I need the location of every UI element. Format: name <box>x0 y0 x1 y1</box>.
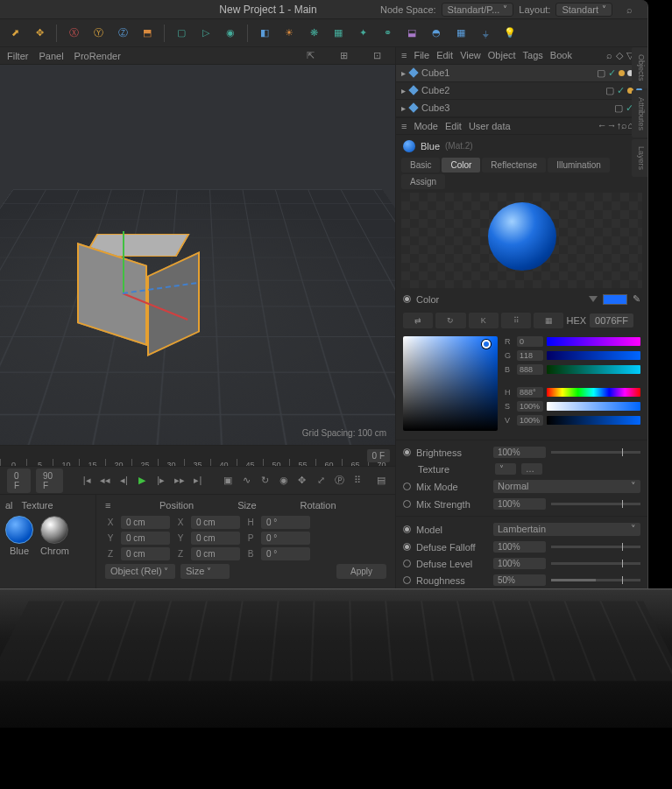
play-back-icon[interactable]: ▢ <box>170 22 193 45</box>
timeline-ruler[interactable]: 05 1015 2025 3035 4045 5055 6065 70 0 F <box>0 445 395 466</box>
tool-move-icon[interactable]: ✥ <box>28 22 51 45</box>
brightness-radio[interactable] <box>403 448 411 456</box>
am-mode[interactable]: Mode <box>414 121 438 131</box>
falloff-slider[interactable] <box>551 546 640 548</box>
vp-opt2-icon[interactable]: ⊞ <box>332 45 355 67</box>
eye-icon[interactable]: ◇ <box>616 50 623 61</box>
rm-object[interactable]: Object <box>488 50 516 60</box>
prim-link-icon[interactable]: ⚭ <box>376 22 399 45</box>
roughness-input[interactable]: 50% <box>493 574 546 586</box>
size-y-input[interactable]: 0 cm <box>191 532 240 545</box>
prim-grid-icon[interactable]: ▦ <box>449 22 472 45</box>
cmode2-icon[interactable]: ↻ <box>435 313 465 328</box>
cmode5-icon[interactable]: ▦ <box>534 313 563 328</box>
mat-tab-texture[interactable]: Texture <box>22 500 53 511</box>
prev-frame-icon[interactable]: ◂| <box>117 472 131 490</box>
key-pos-icon[interactable]: ✥ <box>295 472 308 490</box>
h-slider[interactable] <box>547 388 640 397</box>
prim-tag-icon[interactable]: ◓ <box>425 22 448 45</box>
rm-file[interactable]: File <box>414 50 429 60</box>
texture-opts[interactable]: … <box>521 463 542 475</box>
menu-filter[interactable]: Filter <box>7 51 28 61</box>
dlevel-slider[interactable] <box>551 562 640 565</box>
r-slider[interactable] <box>547 337 640 346</box>
cube-object[interactable] <box>77 242 173 338</box>
next-key-icon[interactable]: ▸▸ <box>173 472 186 490</box>
model-dropdown[interactable]: Lambertain ˅ <box>493 523 640 536</box>
rm-view[interactable]: View <box>460 50 481 60</box>
prim-cube-icon[interactable]: ◧ <box>253 22 276 45</box>
pos-y-input[interactable]: 0 cm <box>121 532 170 545</box>
key-opt-icon[interactable]: ⠿ <box>351 472 364 490</box>
dlevel-radio[interactable] <box>403 560 411 567</box>
material-chrom[interactable]: Chrom <box>40 516 69 556</box>
am-userdata[interactable]: User data <box>469 121 511 131</box>
prim-split-icon[interactable]: ⬓ <box>400 22 423 45</box>
axis-z-icon[interactable]: Ⓩ <box>111 22 134 45</box>
h-input[interactable]: 888° <box>517 387 543 398</box>
model-radio[interactable] <box>403 525 411 533</box>
size-x-input[interactable]: 0 cm <box>191 516 240 529</box>
mixstr-input[interactable]: 100% <box>493 498 546 510</box>
size-z-input[interactable]: 0 cm <box>191 547 240 560</box>
menu-panel[interactable]: Panel <box>39 51 63 61</box>
mixstr-slider[interactable] <box>551 503 640 505</box>
nav-back-icon[interactable]: ← <box>598 120 607 130</box>
vp-opt1-icon[interactable]: ⇱ <box>299 45 322 67</box>
pos-x-input[interactable]: 0 cm <box>121 516 170 529</box>
cmode3-icon[interactable]: K <box>469 313 499 328</box>
dopesheet-icon[interactable]: ▤ <box>375 472 388 490</box>
rot-b-input[interactable]: 0 ° <box>261 547 310 560</box>
apply-button[interactable]: Apply <box>336 564 386 579</box>
tab-basic[interactable]: Basic <box>401 158 440 173</box>
object-cube3[interactable]: ▸ Cube3▢✓ <box>396 100 647 117</box>
next-frame-icon[interactable]: |▸ <box>154 472 167 490</box>
cmode4-icon[interactable]: ⠿ <box>501 313 531 328</box>
vp-opt3-icon[interactable]: ⊡ <box>365 45 388 67</box>
prim-light-icon[interactable]: ☀ <box>278 22 301 45</box>
loop-icon[interactable]: ↻ <box>258 472 272 490</box>
color-radio[interactable] <box>403 295 411 303</box>
tab-assign[interactable]: Assign <box>401 174 445 189</box>
hex-input[interactable]: 0076FF <box>590 313 633 328</box>
sidetab-attributes[interactable]: Attributes <box>632 90 647 137</box>
rm-book[interactable]: Book <box>550 50 572 60</box>
mixstr-radio[interactable] <box>403 500 411 508</box>
size-mode-dropdown[interactable]: Size ˅ <box>180 564 230 579</box>
b-input[interactable]: 888 <box>517 364 543 375</box>
goto-end-icon[interactable]: ▸| <box>191 472 204 490</box>
s-slider[interactable] <box>547 402 640 411</box>
object-rel-dropdown[interactable]: Object (Rel) ˅ <box>105 564 175 579</box>
mixmode-dropdown[interactable]: Normal ˅ <box>493 480 640 493</box>
autokey-icon[interactable]: ∿ <box>240 472 253 490</box>
tab-reflectense[interactable]: Reflectense <box>482 158 546 173</box>
rot-p-input[interactable]: 0 ° <box>261 532 310 545</box>
key-all-icon[interactable]: ◉ <box>277 472 290 490</box>
menu-prorender[interactable]: ProRender <box>74 51 121 61</box>
rm-tags[interactable]: Tags <box>523 50 543 60</box>
r-input[interactable]: 0 <box>517 336 543 347</box>
mixmode-radio[interactable] <box>403 483 411 490</box>
brightness-slider[interactable] <box>551 451 640 454</box>
prim-array-icon[interactable]: ▦ <box>327 22 350 45</box>
prim-mesh-icon[interactable]: ❋ <box>302 22 325 45</box>
am-edit[interactable]: Edit <box>445 121 462 131</box>
key-rot-icon[interactable]: Ⓟ <box>333 472 346 490</box>
axis-x-icon[interactable]: Ⓧ <box>62 22 85 45</box>
sidetab-layers[interactable]: Layers <box>632 139 647 177</box>
gizmo-icon[interactable]: ⬒ <box>136 22 159 45</box>
s-input[interactable]: 100% <box>517 401 543 412</box>
eyedropper-icon[interactable]: ✎ <box>633 293 640 305</box>
color-tri-icon[interactable] <box>589 296 598 302</box>
viewport-3d[interactable]: Grid Spacing: 100 cm <box>0 65 395 445</box>
axis-y-icon[interactable]: Ⓨ <box>87 22 110 45</box>
cmode1-icon[interactable]: ⇄ <box>403 313 433 328</box>
object-cube1[interactable]: ▸ Cube1▢✓ <box>396 65 647 82</box>
brightness-input[interactable]: 100% <box>493 447 546 458</box>
material-blue[interactable]: Blue <box>5 516 33 556</box>
color-swatch[interactable] <box>603 294 627 305</box>
sidetab-objects[interactable]: Objects <box>632 47 647 88</box>
play-icon[interactable]: ▷ <box>195 22 217 45</box>
goto-start-icon[interactable]: |◂ <box>81 472 94 490</box>
rm-edit[interactable]: Edit <box>436 50 453 60</box>
